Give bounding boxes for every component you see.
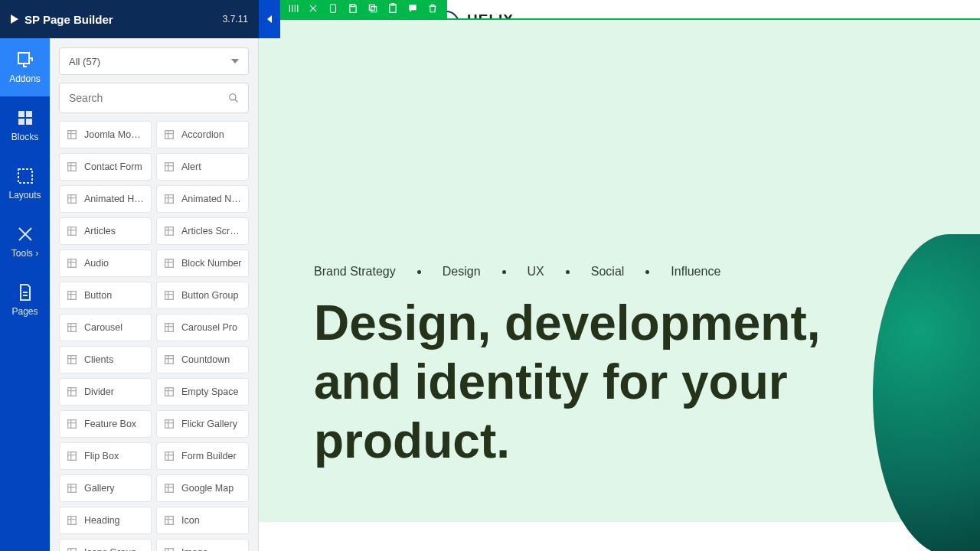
canvas-section[interactable]: Brand StrategyDesignUXSocialInfluence De… — [259, 18, 980, 522]
hero-tags: Brand StrategyDesignUXSocialInfluence — [314, 265, 949, 279]
addon-icon — [163, 225, 175, 237]
addon-label: Heading — [84, 515, 120, 526]
svg-rect-37 — [371, 7, 377, 12]
addons-panel: All (57) Joomla ModuleAccordionContact F… — [50, 38, 259, 551]
addon-icon — [66, 289, 78, 302]
addon-item[interactable]: Carousel — [59, 314, 152, 341]
svg-point-6 — [230, 94, 236, 100]
delete-section-button[interactable] — [423, 0, 443, 18]
addon-item[interactable]: Contact Form — [59, 153, 152, 181]
addon-item[interactable]: Block Number — [156, 249, 249, 277]
addon-icon — [66, 257, 78, 269]
addon-label: Carousel Pro — [181, 322, 237, 333]
svg-rect-17 — [68, 292, 77, 300]
addon-icon — [163, 418, 175, 430]
addon-item[interactable]: Countdown — [156, 346, 249, 373]
addon-item[interactable]: Flip Box — [59, 442, 152, 470]
addon-item[interactable]: Button Group — [156, 282, 249, 309]
addon-search[interactable] — [59, 83, 249, 113]
addon-item[interactable]: Divider — [59, 378, 152, 406]
chevron-left-icon — [267, 15, 272, 23]
addon-icon — [163, 161, 175, 173]
save-section-button[interactable] — [343, 0, 363, 18]
sidebar-item-layouts[interactable]: Layouts — [0, 155, 50, 213]
svg-rect-26 — [165, 420, 174, 429]
addon-icon — [66, 546, 78, 551]
comment-button[interactable] — [403, 0, 423, 18]
addon-item[interactable]: Articles Scroller — [156, 217, 249, 245]
addon-item[interactable]: Accordion — [156, 121, 249, 148]
play-icon — [11, 15, 18, 24]
collapse-panel-button[interactable] — [259, 0, 280, 38]
svg-rect-3 — [18, 119, 24, 125]
addon-item[interactable]: Clients — [59, 346, 152, 373]
addon-item[interactable]: Animated Hea... — [59, 185, 152, 213]
hero-tag: Design — [443, 265, 481, 279]
svg-rect-4 — [26, 119, 32, 125]
copy-section-button[interactable] — [363, 0, 383, 18]
comment-icon — [407, 3, 418, 14]
sidebar-item-pages[interactable]: Pages — [0, 271, 50, 329]
close-section-button[interactable] — [303, 0, 323, 18]
svg-rect-31 — [68, 517, 77, 525]
search-input[interactable] — [69, 92, 228, 104]
paste-section-button[interactable] — [383, 0, 403, 18]
columns-button[interactable] — [283, 0, 303, 18]
addon-item[interactable]: Carousel Pro — [156, 314, 249, 341]
preview-area: HELIX ULTIMATE Hom Brand StrategyDesignU… — [259, 0, 980, 551]
addon-item[interactable]: Joomla Module — [59, 121, 152, 148]
addon-item[interactable]: Feature Box — [59, 410, 152, 438]
addon-label: Carousel — [84, 322, 122, 333]
tools-icon — [16, 225, 34, 243]
filter-value: All (57) — [69, 56, 100, 67]
addon-filter-select[interactable]: All (57) — [59, 47, 249, 75]
addon-label: Divider — [84, 386, 114, 397]
device-button[interactable] — [323, 0, 343, 18]
addon-icon — [66, 193, 78, 205]
sidebar-item-blocks[interactable]: Blocks — [0, 96, 50, 155]
addon-label: Countdown — [181, 354, 230, 365]
hero-headline[interactable]: Design, development, and identity for yo… — [314, 294, 850, 470]
addon-item[interactable]: Flickr Gallery — [156, 410, 249, 438]
addon-item[interactable]: Empty Space — [156, 378, 249, 406]
svg-rect-14 — [165, 227, 174, 236]
sidebar-item-label: Tools › — [11, 248, 38, 259]
svg-rect-32 — [165, 517, 174, 525]
addon-icon — [66, 450, 78, 462]
addon-item[interactable]: Google Map — [156, 474, 249, 502]
svg-rect-30 — [165, 484, 174, 493]
svg-rect-19 — [68, 324, 77, 332]
addon-grid: Joomla ModuleAccordionContact FormAlertA… — [59, 121, 249, 551]
sidebar-item-tools[interactable]: Tools › — [0, 213, 50, 271]
addon-item[interactable]: Gallery — [59, 474, 152, 502]
addon-item[interactable]: Image — [156, 539, 249, 551]
addon-label: Button Group — [181, 290, 238, 301]
addon-item[interactable]: Icon — [156, 507, 249, 534]
addon-item[interactable]: Button — [59, 282, 152, 309]
app-header: SP Page Builder 3.7.11 — [0, 0, 259, 38]
svg-rect-2 — [26, 111, 32, 117]
addon-item[interactable]: Audio — [59, 249, 152, 277]
addon-item[interactable]: Icons Group — [59, 539, 152, 551]
close-icon — [308, 3, 318, 14]
svg-rect-29 — [68, 484, 77, 493]
sidebar-item-addons[interactable]: Addons — [0, 38, 50, 96]
addon-item[interactable]: Heading — [59, 507, 152, 534]
addon-label: Clients — [84, 354, 113, 365]
sidebar: Addons Blocks Layouts Tools › Pages — [0, 0, 50, 551]
pages-icon — [16, 283, 34, 302]
addon-label: Joomla Module — [84, 129, 145, 140]
addon-item[interactable]: Alert — [156, 153, 249, 181]
addon-item[interactable]: Form Builder — [156, 442, 249, 470]
addon-item[interactable]: Articles — [59, 217, 152, 245]
svg-rect-22 — [165, 356, 174, 364]
addon-label: Articles Scroller — [181, 226, 242, 236]
sidebar-item-label: Blocks — [11, 132, 38, 142]
addon-label: Contact Form — [84, 161, 142, 172]
svg-rect-11 — [68, 195, 77, 204]
svg-rect-5 — [18, 169, 32, 183]
tablet-icon — [328, 3, 338, 14]
hero-tag: Influence — [671, 265, 720, 279]
addon-icon — [66, 129, 78, 141]
addon-item[interactable]: Animated Nu... — [156, 185, 249, 213]
